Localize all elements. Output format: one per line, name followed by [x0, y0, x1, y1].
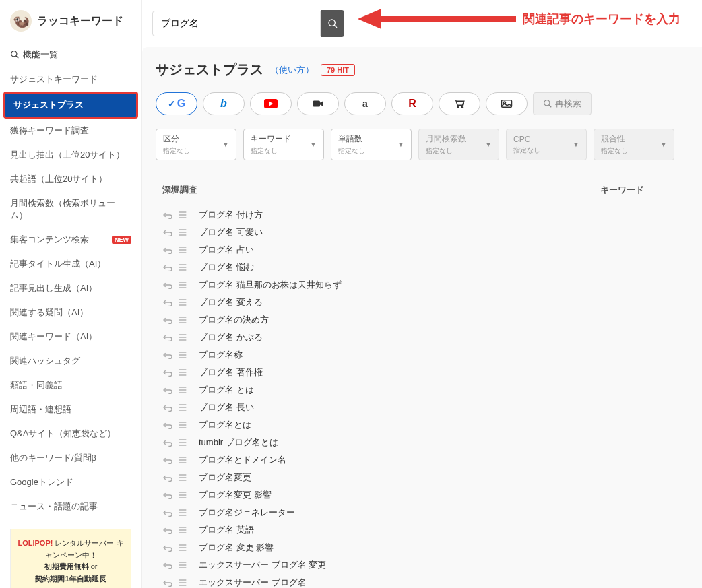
menu-icon[interactable]	[177, 315, 192, 325]
result-keyword[interactable]: ブログ名 占い	[192, 244, 254, 256]
sidebar-item-14[interactable]: Q&Aサイト（知恵袋など）	[0, 422, 141, 446]
tab-image[interactable]	[486, 92, 528, 115]
result-keyword[interactable]: ブログ名 長い	[192, 401, 254, 414]
recycle-icon[interactable]	[162, 244, 177, 255]
recycle-icon[interactable]	[162, 507, 177, 518]
result-keyword[interactable]: tumblr ブログ名とは	[192, 436, 278, 449]
sidebar-item-9[interactable]: 関連する疑問（AI）	[0, 300, 141, 325]
recycle-icon[interactable]	[162, 350, 177, 360]
recycle-icon[interactable]	[162, 577, 177, 588]
menu-icon[interactable]	[177, 209, 192, 220]
recycle-icon[interactable]	[162, 385, 177, 395]
result-keyword[interactable]: ブログ名の決め方	[192, 314, 269, 326]
research-button[interactable]: 再検索	[533, 92, 592, 115]
tab-rakuten[interactable]: R	[391, 92, 433, 115]
result-keyword[interactable]: ブログ名ジェネレーター	[192, 507, 295, 519]
sidebar-item-7[interactable]: 記事タイトル生成（AI）	[0, 252, 141, 276]
sidebar-item-8[interactable]: 記事見出し生成（AI）	[0, 276, 141, 300]
result-keyword[interactable]: ブログ名変更	[192, 471, 251, 484]
result-keyword[interactable]: ブログ名とドメイン名	[192, 454, 286, 466]
menu-icon[interactable]	[177, 262, 192, 273]
filter-1[interactable]: キーワード指定なし▼	[243, 129, 324, 160]
menu-icon[interactable]	[177, 332, 192, 343]
recycle-icon[interactable]	[162, 227, 177, 238]
recycle-icon[interactable]	[162, 315, 177, 325]
recycle-icon[interactable]	[162, 367, 177, 378]
menu-icon[interactable]	[177, 542, 192, 553]
sidebar-item-15[interactable]: 他のキーワード/質問β	[0, 446, 141, 470]
recycle-icon[interactable]	[162, 472, 177, 483]
menu-icon[interactable]	[177, 280, 192, 290]
recycle-icon[interactable]	[162, 209, 177, 220]
sidebar-item-4[interactable]: 共起語（上位20サイト）	[0, 167, 141, 191]
menu-icon[interactable]	[177, 577, 192, 588]
result-keyword[interactable]: ブログ名 著作権	[192, 366, 263, 379]
menu-icon[interactable]	[177, 437, 192, 448]
usage-link[interactable]: （使い方）	[270, 64, 314, 76]
result-keyword[interactable]: ブログ名変更 影響	[192, 489, 272, 501]
result-keyword[interactable]: ブログ名 変更 影響	[192, 542, 274, 554]
tab-youtube[interactable]	[250, 92, 292, 115]
result-keyword[interactable]: ブログ名 可愛い	[192, 226, 263, 238]
recycle-icon[interactable]	[162, 297, 177, 308]
result-keyword[interactable]: ブログ名 猫旦那のお株は天井知らず	[192, 279, 342, 291]
result-keyword[interactable]: ブログ名とは	[192, 419, 251, 431]
sidebar-item-10[interactable]: 関連キーワード（AI）	[0, 325, 141, 349]
search-input[interactable]	[152, 11, 321, 36]
result-keyword[interactable]: ブログ名 付け方	[192, 209, 263, 221]
sidebar-item-0[interactable]: サジェストキーワード	[0, 67, 141, 92]
recycle-icon[interactable]	[162, 437, 177, 448]
menu-icon[interactable]	[177, 367, 192, 378]
sidebar-item-11[interactable]: 関連ハッシュタグ	[0, 349, 141, 373]
sidebar-item-2[interactable]: 獲得キーワード調査	[0, 119, 141, 143]
tab-video[interactable]	[297, 92, 339, 115]
sidebar-item-1[interactable]: サジェストプラス	[3, 92, 138, 119]
menu-icon[interactable]	[177, 490, 192, 500]
menu-icon[interactable]	[177, 297, 192, 308]
tab-bing[interactable]: b	[203, 92, 245, 115]
menu-icon[interactable]	[177, 350, 192, 360]
menu-icon[interactable]	[177, 455, 192, 465]
menu-icon[interactable]	[177, 402, 192, 413]
menu-icon[interactable]	[177, 420, 192, 430]
menu-icon[interactable]	[177, 507, 192, 518]
filter-2[interactable]: 単語数指定なし▼	[331, 129, 412, 160]
recycle-icon[interactable]	[162, 420, 177, 430]
result-keyword[interactable]: ブログ名 とは	[192, 384, 254, 396]
sidebar-item-17[interactable]: ニュース・話題の記事	[0, 494, 141, 519]
sidebar-item-16[interactable]: Googleトレンド	[0, 470, 141, 494]
recycle-icon[interactable]	[162, 542, 177, 553]
result-keyword[interactable]: ブログ名 かぶる	[192, 331, 263, 344]
logo[interactable]: 🦦 ラッコキーワード	[0, 10, 141, 42]
recycle-icon[interactable]	[162, 560, 177, 570]
sidebar-item-12[interactable]: 類語・同義語	[0, 373, 141, 397]
tab-amazon[interactable]: a	[344, 92, 386, 115]
result-keyword[interactable]: エックスサーバー ブログ名 変更	[192, 559, 326, 571]
ad-banner[interactable]: LOLIPOP! レンタルサーバー キャンペーン中！ 初期費用無料 or 契約期…	[10, 529, 131, 588]
filter-0[interactable]: 区分指定なし▼	[156, 129, 236, 160]
result-keyword[interactable]: ブログ名 悩む	[192, 261, 254, 273]
sidebar-item-3[interactable]: 見出し抽出（上位20サイト）	[0, 143, 141, 167]
menu-icon[interactable]	[177, 244, 192, 255]
menu-icon[interactable]	[177, 385, 192, 395]
search-button[interactable]	[321, 10, 344, 37]
sidebar-item-5[interactable]: 月間検索数（検索ボリューム）	[0, 191, 141, 228]
recycle-icon[interactable]	[162, 280, 177, 290]
recycle-icon[interactable]	[162, 525, 177, 535]
result-keyword[interactable]: エックスサーバー ブログ名	[192, 577, 307, 588]
recycle-icon[interactable]	[162, 490, 177, 500]
recycle-icon[interactable]	[162, 402, 177, 413]
sidebar-item-6[interactable]: 集客コンテンツ検索NEW	[0, 228, 141, 252]
menu-icon[interactable]	[177, 560, 192, 570]
menu-icon[interactable]	[177, 525, 192, 535]
recycle-icon[interactable]	[162, 332, 177, 343]
result-keyword[interactable]: ブログ名称	[192, 349, 243, 361]
sidebar-item-13[interactable]: 周辺語・連想語	[0, 397, 141, 422]
result-keyword[interactable]: ブログ名 変える	[192, 296, 263, 308]
menu-icon[interactable]	[177, 227, 192, 238]
recycle-icon[interactable]	[162, 455, 177, 465]
menu-icon[interactable]	[177, 472, 192, 483]
tab-google[interactable]: G	[156, 92, 197, 115]
result-keyword[interactable]: ブログ名 英語	[192, 524, 254, 536]
recycle-icon[interactable]	[162, 262, 177, 273]
